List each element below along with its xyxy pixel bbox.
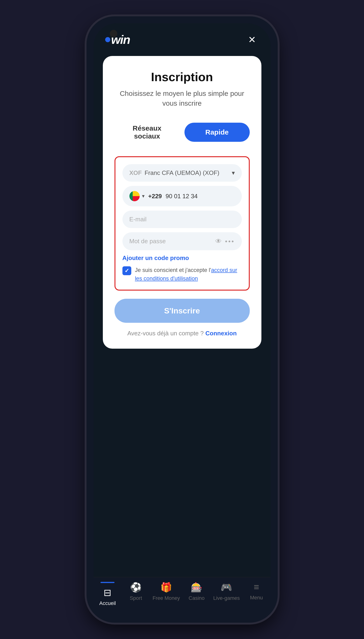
free-money-icon: 🎁 (160, 582, 172, 593)
nav-item-sport[interactable]: ⚽ Sport (124, 582, 148, 601)
nav-label-sport: Sport (130, 595, 142, 601)
terms-checkbox[interactable]: ✓ (122, 266, 131, 275)
tabs-row: Réseaux sociaux Rapide (114, 119, 250, 146)
currency-name: Franc CFA (UEMOA) (XOF) (144, 169, 232, 176)
login-link[interactable]: Connexion (206, 330, 237, 337)
nav-label-accueil: Accueil (99, 600, 116, 606)
email-input[interactable]: E-mail (122, 210, 242, 228)
promo-code-link[interactable]: Ajouter un code promo (122, 254, 242, 262)
modal-area: Inscription Choisissez le moyen le plus … (94, 49, 271, 577)
close-button[interactable]: ✕ (245, 33, 259, 47)
nav-item-live-games[interactable]: 🎮 Live-games (213, 582, 240, 601)
currency-code: XOF (130, 169, 142, 176)
password-input[interactable]: Mot de passe 👁 ••• (122, 232, 242, 250)
nav-item-casino[interactable]: 🎰 Casino (185, 582, 208, 601)
chevron-down-icon: ▾ (232, 169, 235, 176)
logo: win (105, 33, 130, 47)
phone-device: win ✕ Inscription Choisissez le moyen le… (86, 16, 278, 623)
nav-label-free-money: Free Money (152, 595, 180, 601)
email-placeholder: E-mail (130, 216, 147, 223)
login-question: Avez-vous déjà un compte ? (127, 330, 204, 337)
nav-item-menu[interactable]: ≡ Menu (245, 582, 268, 601)
logo-dot (105, 37, 110, 42)
checkmark-icon: ✓ (124, 268, 129, 274)
nav-label-casino: Casino (189, 595, 204, 601)
nav-label-live-games: Live-games (213, 595, 240, 601)
tab-social[interactable]: Réseaux sociaux (114, 119, 180, 146)
phone-number-input: 90 01 12 34 (166, 193, 234, 200)
live-games-icon: 🎮 (220, 582, 232, 593)
top-bar: win ✕ (94, 23, 271, 49)
currency-selector[interactable]: XOF Franc CFA (UEMOA) (XOF) ▾ (122, 164, 242, 182)
registration-form: XOF Franc CFA (UEMOA) (XOF) ▾ (114, 156, 250, 290)
terms-row: ✓ Je suis conscient et j'accepte l'accor… (122, 266, 242, 283)
nav-active-indicator (100, 582, 114, 583)
nav-item-accueil[interactable]: ⊟ Accueil (96, 582, 119, 606)
password-icons: 👁 ••• (215, 238, 234, 245)
password-dots-icon: ••• (225, 238, 234, 245)
terms-prefix: Je suis conscient et j'accepte l' (135, 267, 211, 273)
camera-hole (110, 30, 117, 37)
phone-input-row[interactable]: ▾ +229 90 01 12 34 (122, 186, 242, 206)
bottom-nav: ⊟ Accueil ⚽ Sport 🎁 Free Money 🎰 Casino … (94, 577, 271, 616)
country-flag (130, 191, 140, 201)
flag-chevron-icon: ▾ (142, 193, 144, 199)
modal-title: Inscription (114, 70, 250, 84)
modal-card: Inscription Choisissez le moyen le plus … (103, 56, 262, 349)
home-icon: ⊟ (104, 587, 112, 598)
phone-screen: win ✕ Inscription Choisissez le moyen le… (94, 23, 271, 616)
flag-container[interactable]: ▾ (130, 191, 144, 201)
tab-rapide[interactable]: Rapide (184, 123, 250, 142)
close-icon: ✕ (248, 34, 256, 45)
menu-icon: ≡ (254, 582, 259, 592)
casino-icon: 🎰 (191, 582, 202, 593)
phone-country-code: +229 (148, 193, 162, 200)
register-button[interactable]: S'Inscrire (114, 299, 250, 323)
nav-label-menu: Menu (250, 595, 263, 601)
login-row: Avez-vous déjà un compte ? Connexion (114, 330, 250, 337)
modal-subtitle: Choisissez le moyen le plus simple pour … (114, 88, 250, 108)
terms-text: Je suis conscient et j'accepte l'accord … (135, 266, 242, 283)
password-placeholder: Mot de passe (130, 238, 166, 245)
eye-icon[interactable]: 👁 (215, 238, 222, 245)
sport-icon: ⚽ (130, 582, 142, 593)
nav-item-free-money[interactable]: 🎁 Free Money (152, 582, 180, 601)
